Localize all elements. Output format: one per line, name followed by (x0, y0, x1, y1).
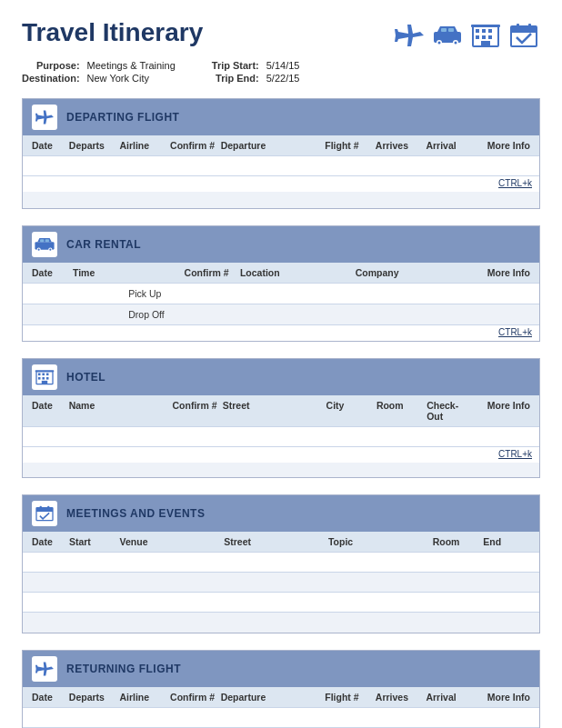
departing-flight-row1 (23, 156, 539, 176)
meetings-row1 (23, 553, 539, 573)
hotel-columns: Date Name Confirm # Street City Room Che… (23, 395, 539, 427)
hotel-title: HOTEL (66, 371, 105, 384)
meetings-body: Date Start Venue Street Topic Room End (23, 532, 539, 633)
svg-rect-38 (40, 506, 42, 510)
hotel-link[interactable]: CTRL+k (498, 449, 532, 459)
meetings-columns: Date Start Venue Street Topic Room End (23, 532, 539, 553)
car-rental-dropoff-row: Drop Off (23, 304, 539, 325)
car-rental-title: CAR RENTAL (66, 238, 141, 251)
car-rental-pickup-row: Pick Up (23, 284, 539, 304)
returning-flight-columns: Date Departs Airline Confirm # Departure… (23, 687, 539, 708)
meetings-row3 (23, 593, 539, 613)
svg-rect-17 (511, 26, 537, 33)
svg-rect-30 (46, 374, 49, 376)
svg-point-23 (38, 249, 40, 251)
car-rental-body: Date Time Confirm # Location Company Mor… (23, 263, 539, 341)
meetings-title: MEETINGS AND EVENTS (66, 507, 205, 520)
departing-flight-link[interactable]: CTRL+k (498, 178, 532, 188)
page-header: Travel Itinerary (22, 18, 540, 49)
car-icon (431, 22, 464, 49)
returning-flight-section: RETURNING FLIGHT Date Departs Airline Co… (22, 650, 540, 728)
trip-start-label: Trip Start: (212, 60, 259, 71)
car-rental-icon (32, 232, 57, 257)
purpose-value: Meetings & Training (87, 60, 176, 71)
car-rental-header: CAR RENTAL (23, 226, 539, 263)
svg-rect-6 (448, 28, 454, 32)
departing-plane-icon (32, 105, 57, 130)
svg-rect-39 (47, 506, 49, 510)
departing-flight-body: Date Departs Airline Confirm # Departure… (23, 135, 539, 208)
returning-flight-body: Date Departs Airline Confirm # Departure… (23, 687, 539, 728)
svg-rect-29 (42, 374, 45, 376)
hotel-section: HOTEL Date Name Confirm # Street City Ro… (22, 358, 540, 478)
header-icons (393, 22, 540, 49)
svg-rect-5 (441, 28, 447, 32)
svg-point-4 (455, 42, 457, 45)
svg-rect-25 (40, 239, 44, 242)
purpose-label: Purpose: (22, 60, 80, 71)
svg-rect-26 (45, 239, 49, 242)
svg-rect-18 (517, 24, 519, 29)
meetings-row2 (23, 573, 539, 593)
svg-rect-28 (38, 374, 41, 376)
hotel-header: HOTEL (23, 359, 539, 395)
car-rental-link[interactable]: CTRL+k (498, 327, 532, 337)
car-rental-columns: Date Time Confirm # Location Company Mor… (23, 263, 539, 284)
hotel-row2 (23, 463, 539, 477)
page-title: Travel Itinerary (22, 18, 203, 47)
departing-flight-section: DEPARTING FLIGHT Date Departs Airline Co… (22, 98, 540, 209)
hotel-link-row: CTRL+k (23, 447, 539, 463)
trip-info: Purpose: Meetings & Training Destination… (22, 60, 540, 84)
svg-rect-12 (482, 35, 486, 39)
svg-rect-11 (476, 35, 479, 39)
svg-rect-33 (46, 377, 49, 380)
trip-end-value: 5/22/15 (266, 73, 300, 84)
svg-point-24 (49, 249, 51, 251)
svg-rect-15 (471, 25, 500, 27)
destination-label: Destination: (22, 73, 80, 84)
meetings-icon (32, 501, 57, 526)
meetings-section: MEETINGS AND EVENTS Date Start Venue Str… (22, 494, 540, 633)
svg-rect-34 (42, 381, 47, 384)
svg-rect-32 (42, 377, 45, 380)
car-rental-section: CAR RENTAL Date Time Confirm # Location … (22, 225, 540, 342)
hotel-icon (469, 22, 502, 49)
svg-point-3 (438, 42, 441, 45)
trip-end-label: Trip End: (212, 73, 259, 84)
plane-icon (393, 22, 426, 49)
hotel-body: Date Name Confirm # Street City Room Che… (23, 395, 539, 477)
svg-rect-10 (488, 29, 492, 33)
meetings-header: MEETINGS AND EVENTS (23, 495, 539, 532)
svg-rect-35 (35, 370, 55, 372)
meetings-row4 (23, 613, 539, 633)
departing-flight-title: DEPARTING FLIGHT (66, 111, 179, 124)
trip-start-value: 5/14/15 (266, 60, 300, 71)
destination-value: New York City (87, 73, 176, 84)
returning-flight-title: RETURNING FLIGHT (66, 663, 181, 675)
svg-rect-31 (38, 377, 41, 380)
returning-plane-icon (32, 656, 57, 682)
svg-rect-13 (488, 35, 492, 39)
hotel-section-icon (32, 364, 57, 390)
svg-rect-19 (528, 24, 531, 29)
departing-flight-row2 (23, 192, 539, 208)
svg-rect-9 (482, 29, 486, 33)
svg-rect-8 (476, 29, 479, 33)
returning-flight-header: RETURNING FLIGHT (23, 651, 539, 687)
departing-flight-link-row: CTRL+k (23, 176, 539, 192)
returning-flight-row1 (23, 708, 539, 728)
hotel-row1 (23, 427, 539, 447)
car-rental-link-row: CTRL+k (23, 325, 539, 341)
svg-rect-14 (481, 41, 490, 46)
calendar-icon (507, 22, 540, 49)
departing-flight-header: DEPARTING FLIGHT (23, 99, 539, 135)
departing-flight-columns: Date Departs Airline Confirm # Departure… (23, 135, 539, 156)
svg-rect-37 (36, 508, 53, 513)
